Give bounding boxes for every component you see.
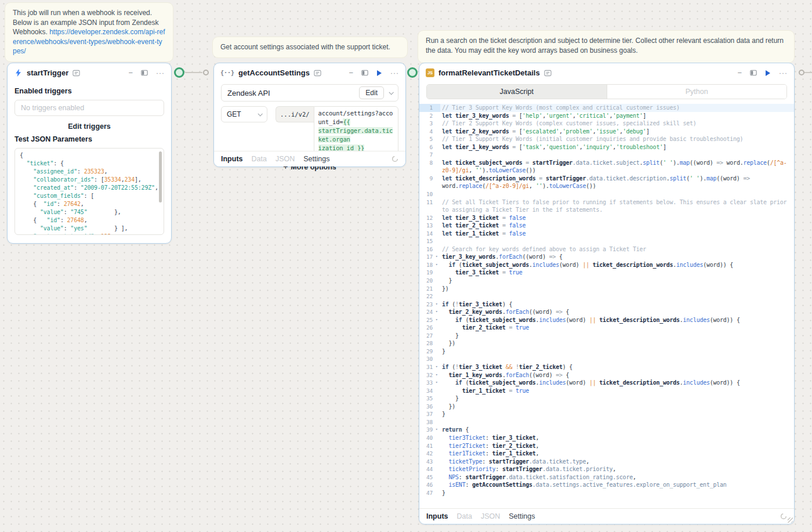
line-number: 25▾ [419, 316, 440, 324]
tab-data[interactable]: Data [252, 155, 267, 163]
json-scrollbar[interactable] [159, 151, 162, 202]
fold-arrow-icon[interactable]: ▾ [434, 261, 439, 269]
test-json-editor[interactable]: { "ticket": { "assignee_id": 235323, "co… [14, 148, 164, 235]
note-toggle-icon[interactable] [314, 70, 321, 77]
trigger-bolt-icon [14, 68, 23, 77]
chevron-down-icon[interactable] [389, 90, 393, 95]
code-line: 12let tier_3_ticket = false [419, 214, 794, 222]
line-number: 36 [419, 403, 440, 411]
node-start-trigger[interactable]: startTrigger − ··· Enabled triggers No t… [7, 63, 172, 244]
fold-arrow-icon[interactable]: ▾ [434, 308, 439, 316]
url-input[interactable]: account/settings?account_id={{startTrigg… [314, 106, 398, 155]
json-line: "collaborator_ids": [35334,234], [20, 176, 159, 184]
menu-button[interactable]: ··· [779, 70, 788, 77]
tab-data[interactable]: Data [457, 512, 472, 520]
node-title: formatRelevantTicketDetails [438, 68, 540, 77]
code-line: 40 tier3Ticket: tier_3_ticket, [419, 434, 794, 442]
note-format-comment[interactable]: Run a search on the ticket description a… [418, 30, 795, 63]
fold-arrow-icon[interactable]: ▾ [434, 379, 439, 387]
line-number: 16 [419, 245, 440, 254]
code-line: 38 [419, 418, 794, 426]
note-account-comment[interactable]: Get account settings associated with the… [212, 37, 408, 58]
code-line: 37} [419, 410, 794, 418]
json-line: { "id": 27642, [20, 200, 159, 208]
node-format-ticket-details[interactable]: JS formatRelevantTicketDetails − ··· Jav… [419, 63, 795, 524]
code-line: 24▾ tier_2_key_words.forEach((word) => { [419, 308, 794, 316]
code-line: 35 } [419, 395, 794, 403]
code-line: 18▾ if (ticket_subject_words.includes(wo… [419, 261, 794, 269]
fold-arrow-icon[interactable]: ▾ [434, 316, 439, 324]
start-trigger-output-port[interactable] [174, 67, 184, 78]
resource-select[interactable]: Zendesk API Edit [221, 84, 398, 102]
line-number: 7 [419, 151, 440, 159]
method-select[interactable]: GET [221, 106, 267, 122]
fold-arrow-icon[interactable]: ▾ [434, 253, 439, 261]
note-toggle-icon[interactable] [544, 70, 552, 77]
connection-wire [804, 72, 812, 73]
edit-triggers-button[interactable]: Edit triggers [8, 122, 171, 131]
tab-python[interactable]: Python [607, 85, 787, 99]
format-node-output-port[interactable] [799, 70, 804, 75]
menu-button[interactable]: ··· [390, 70, 399, 77]
side-panel-button[interactable] [141, 70, 148, 76]
fold-arrow-icon[interactable]: ▾ [434, 363, 439, 371]
code-line: 46 isENT: getAccountSettings.data.settin… [419, 481, 794, 489]
edit-resource-button[interactable]: Edit [359, 86, 384, 99]
code-line: 43 ticketType: startTrigger.data.ticket.… [419, 458, 794, 466]
tab-settings[interactable]: Settings [509, 512, 535, 520]
resize-handle[interactable] [788, 517, 793, 523]
format-node-input-port[interactable] [407, 67, 418, 78]
get-settings-input-port[interactable] [203, 70, 209, 75]
code-line: 8let ticket_subject_words = startTrigger… [419, 159, 794, 167]
url-line: startTrigger.data.ticket.organ [318, 126, 394, 144]
line-number: 6 [419, 143, 440, 151]
fold-arrow-icon[interactable]: ▾ [434, 371, 439, 379]
fold-arrow-icon[interactable]: ▾ [434, 426, 439, 434]
tab-inputs[interactable]: Inputs [426, 512, 448, 520]
json-line: { [20, 151, 159, 160]
collapse-button[interactable]: − [737, 69, 742, 77]
result-tabs: Inputs Data JSON Settings [419, 508, 794, 524]
note-webhook-comment[interactable]: This job will run when a webhook is rece… [5, 2, 173, 62]
tab-inputs[interactable]: Inputs [221, 155, 243, 163]
code-line: 30 [419, 356, 794, 364]
code-line: 11// Set all Ticket Tiers to false prior… [419, 198, 794, 207]
tab-json[interactable]: JSON [481, 512, 500, 520]
line-number: 3 [419, 120, 440, 128]
node-get-account-settings[interactable]: {··} getAccountSettings − ··· Zendesk AP… [213, 63, 406, 167]
code-line: to assigning a Ticket Tier in the if sta… [419, 206, 794, 214]
code-line: 7 [419, 151, 794, 159]
tab-settings[interactable]: Settings [303, 155, 329, 163]
tab-json[interactable]: JSON [276, 155, 295, 163]
refresh-icon[interactable] [392, 155, 398, 162]
note-toggle-icon[interactable] [72, 70, 80, 77]
collapse-button[interactable]: − [128, 69, 133, 77]
line-number: 20 [419, 277, 440, 285]
note-account-text: Get account settings associated with the… [220, 43, 390, 51]
line-number: 38 [419, 418, 440, 426]
line-number: 5 [419, 135, 440, 143]
code-line: 28 }) [419, 339, 794, 348]
workflow-canvas: { "colors": { "accent_blue": "#2563d0", … [0, 0, 812, 532]
line-number: 42 [419, 450, 440, 458]
json-line: { "id": 27648, [20, 216, 159, 225]
line-number: 39▾ [419, 426, 440, 434]
line-number: 4 [419, 128, 440, 136]
fold-arrow-icon[interactable]: ▾ [434, 301, 439, 309]
line-number [419, 182, 440, 190]
side-panel-button[interactable] [750, 70, 757, 76]
code-editor[interactable]: 1// Tier 3 Support Key Words (most compl… [419, 104, 794, 504]
side-panel-button[interactable] [361, 70, 368, 76]
code-line: 32▾ tier_1_key_words.forEach((word) => { [419, 371, 794, 379]
refresh-icon[interactable] [780, 513, 787, 520]
code-line: 16// Search for key words defined above … [419, 245, 794, 254]
menu-button[interactable]: ··· [156, 70, 165, 77]
run-button[interactable] [376, 70, 382, 77]
code-line: 41 tier2Ticket: tier_2_ticket, [419, 442, 794, 450]
run-button[interactable] [765, 70, 771, 77]
collapse-button[interactable]: − [349, 69, 353, 77]
triggers-field[interactable]: No triggers enabled [14, 100, 164, 116]
tab-javascript[interactable]: JavaScript [427, 85, 607, 99]
code-line: 44 ticketPriority: startTrigger.data.tic… [419, 465, 794, 473]
line-number: 34 [419, 387, 440, 395]
